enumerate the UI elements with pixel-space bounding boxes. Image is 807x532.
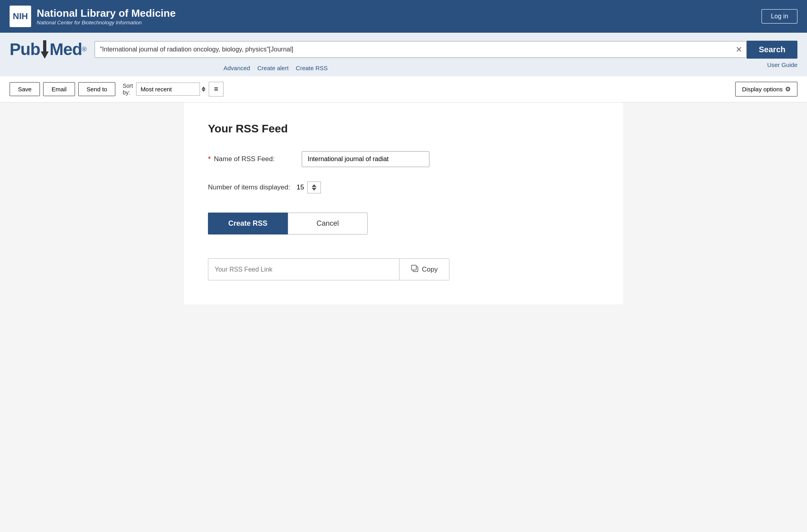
login-button[interactable]: Log in	[762, 9, 797, 24]
create-rss-link[interactable]: Create RSS	[296, 65, 328, 71]
rss-link-row: Copy	[208, 258, 599, 280]
cancel-button[interactable]: Cancel	[288, 213, 368, 234]
pubmed-logo-icon	[41, 40, 49, 59]
nih-badge: NIH	[10, 6, 31, 27]
nih-title: National Library of Medicine	[37, 7, 176, 20]
required-star: *	[208, 155, 211, 164]
search-input[interactable]	[95, 42, 732, 57]
sort-select-arrows	[202, 87, 206, 92]
nih-badge-arrow	[31, 13, 35, 20]
nih-header: NIH National Library of Medicine Nationa…	[0, 0, 807, 33]
create-rss-button[interactable]: Create RSS	[208, 213, 288, 234]
display-options-label: Display options	[742, 86, 783, 93]
svg-rect-3	[411, 265, 416, 270]
action-row: Create RSS Cancel	[208, 213, 599, 234]
display-options-button[interactable]: Display options ⚙	[735, 82, 797, 97]
svg-marker-1	[41, 51, 49, 59]
sort-by-label: Sortby:	[123, 83, 133, 96]
search-links: Advanced Create alert Create RSS	[117, 65, 328, 71]
user-guide-link[interactable]: User Guide	[767, 61, 797, 71]
nih-title-block: National Library of Medicine National Ce…	[37, 7, 176, 26]
gear-icon: ⚙	[785, 85, 791, 93]
copy-label: Copy	[422, 266, 438, 274]
save-button[interactable]: Save	[10, 82, 40, 96]
sort-arrow-down	[202, 89, 206, 92]
toolbar: Save Email Send to Sortby: Most recent ≡…	[0, 76, 807, 102]
main-content: Your RSS Feed * Name of RSS Feed: Number…	[184, 102, 623, 304]
search-area: Pub Med ® ✕ Search Advanced Create alert…	[0, 33, 807, 76]
nih-logo-area: NIH National Library of Medicine Nationa…	[10, 6, 176, 27]
page-title: Your RSS Feed	[208, 122, 599, 135]
send-to-button[interactable]: Send to	[78, 82, 116, 96]
rss-name-row: * Name of RSS Feed:	[208, 151, 599, 167]
search-row: Pub Med ® ✕ Search	[10, 40, 797, 59]
search-button[interactable]: Search	[747, 41, 797, 59]
pubmed-registered: ®	[82, 46, 87, 53]
nih-badge-text: NIH	[13, 11, 28, 22]
search-input-wrap: ✕	[95, 41, 747, 58]
sort-order-button[interactable]: ≡	[209, 82, 224, 97]
pubmed-pub: Pub	[10, 40, 40, 59]
rss-name-input[interactable]	[302, 151, 429, 167]
spinner-arrow-down	[312, 188, 316, 191]
sort-select[interactable]: Most recent	[136, 83, 200, 96]
copy-button[interactable]: Copy	[400, 258, 449, 280]
rss-link-input[interactable]	[208, 258, 400, 280]
sort-select-wrap: Most recent	[136, 83, 206, 96]
rss-items-row: Number of items displayed: 15	[208, 181, 599, 193]
rss-items-value: 15	[297, 183, 304, 191]
clear-search-button[interactable]: ✕	[732, 41, 746, 57]
spinner-arrow-up	[312, 184, 316, 187]
advanced-link[interactable]: Advanced	[224, 65, 250, 71]
nih-subtitle: National Center for Biotechnology Inform…	[37, 20, 176, 26]
create-alert-link[interactable]: Create alert	[257, 65, 289, 71]
search-links-row: Advanced Create alert Create RSS User Gu…	[10, 61, 797, 71]
sort-arrow-up	[202, 87, 206, 89]
pubmed-med: Med	[49, 40, 82, 59]
pubmed-logo: Pub Med ®	[10, 40, 87, 59]
sort-order-icon: ≡	[214, 85, 218, 93]
rss-name-label: Name of RSS Feed:	[214, 155, 302, 163]
rss-items-label: Number of items displayed:	[208, 183, 290, 191]
items-spinner[interactable]	[307, 181, 321, 193]
svg-rect-0	[43, 40, 46, 51]
copy-icon	[411, 264, 419, 274]
email-button[interactable]: Email	[43, 82, 75, 96]
